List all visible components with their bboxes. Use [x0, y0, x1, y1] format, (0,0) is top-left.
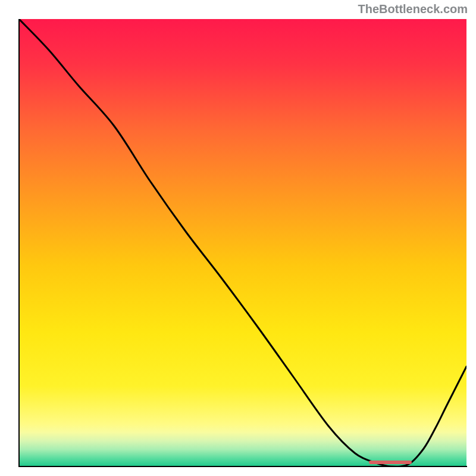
chart-frame: TheBottleneck.com	[0, 0, 476, 476]
y-axis	[18, 19, 20, 467]
bottleneck-curve	[19, 19, 466, 466]
optimal-range-marker	[369, 461, 412, 464]
attribution-text: TheBottleneck.com	[358, 2, 468, 16]
x-axis	[18, 466, 467, 467]
plot-area	[19, 19, 466, 466]
